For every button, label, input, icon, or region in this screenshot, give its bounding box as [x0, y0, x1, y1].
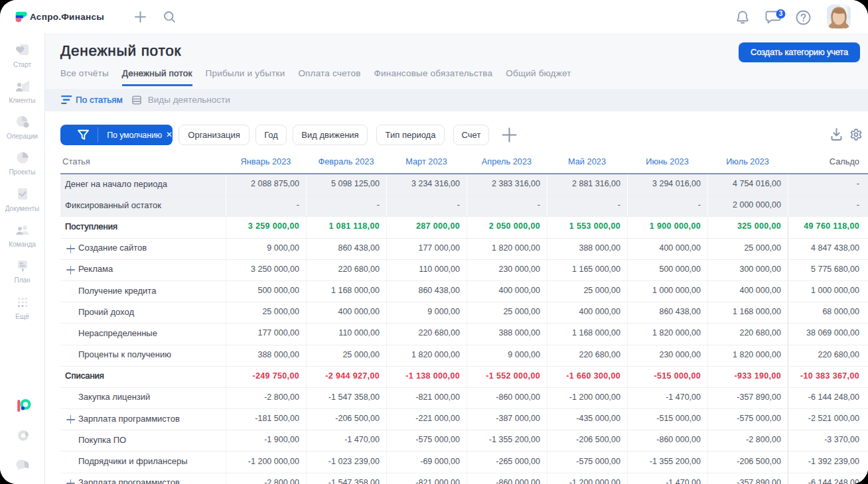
- svg-text:3: 3: [779, 10, 783, 17]
